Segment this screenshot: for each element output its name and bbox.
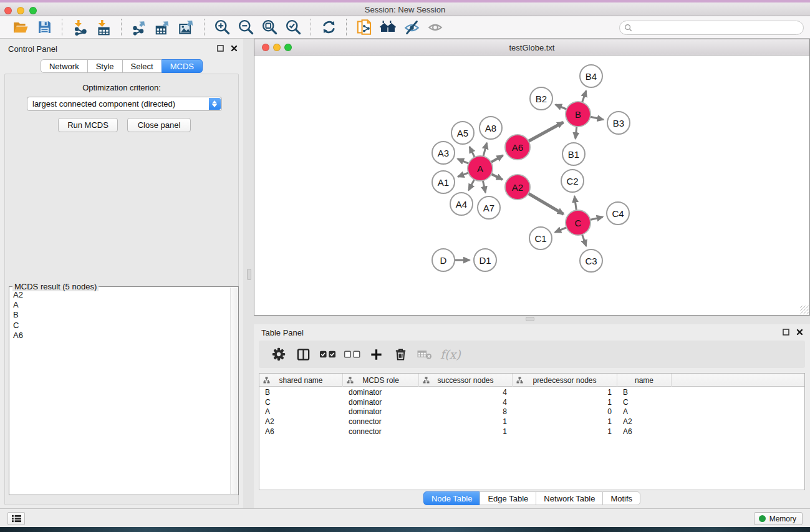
column-header-name[interactable]: name [617,374,672,387]
column-header-shared-name[interactable]: shared name [259,374,343,387]
delete-table-icon[interactable] [415,344,435,364]
panel-divider-grip-left[interactable] [247,269,251,280]
graph-node-C2[interactable]: C2 [561,169,584,193]
criterion-select[interactable]: largest connected component (directed) [27,97,222,111]
table-row[interactable]: Adominator80A [259,407,804,417]
memory-button[interactable]: Memory [754,512,803,525]
graph-node-A4[interactable]: A4 [450,192,473,216]
column-header-successor-nodes[interactable]: successor nodes [419,374,513,387]
settings-gear-icon[interactable] [269,344,289,364]
tab-network[interactable]: Network [41,59,88,73]
graph-node-B3[interactable]: B3 [607,111,630,135]
table-row[interactable]: Cdominator41C [259,397,804,407]
panel-divider-grip-bottom[interactable] [526,317,534,321]
application-window: Session: New Session [0,0,810,532]
select-all-columns-icon[interactable] [317,344,337,364]
zoom-fit-icon[interactable] [258,17,281,37]
create-column-icon[interactable] [366,344,386,364]
mcds-result-item[interactable]: C [9,321,230,331]
float-panel-icon[interactable] [782,328,790,336]
show-panels-icon[interactable] [423,17,447,37]
main-titlebar: Session: New Session [0,2,810,16]
export-table-icon[interactable] [151,17,175,37]
graph-node-C[interactable]: C [565,210,591,236]
import-network-icon[interactable] [68,17,92,37]
graph-node-D[interactable]: D [432,248,455,272]
mcds-result-item[interactable]: A2 [9,290,230,300]
graph-node-A[interactable]: A [467,155,493,181]
close-panel-button[interactable]: Close panel [127,118,191,132]
home-icon[interactable] [376,17,400,37]
mcds-result-item[interactable]: B [9,310,230,320]
task-history-icon[interactable] [7,512,25,525]
export-network-icon[interactable] [127,17,151,37]
graph-node-B[interactable]: B [565,101,591,127]
tab-network-table[interactable]: Network Table [536,491,603,505]
refresh-icon[interactable] [317,17,340,37]
tab-mcds[interactable]: MCDS [162,59,203,73]
table-row[interactable]: A6connector11A6 [259,427,804,437]
toolbar-separator [346,19,347,36]
function-builder-icon[interactable]: f(x) [440,347,461,361]
float-panel-icon[interactable] [216,44,224,52]
mcds-result-box: MCDS result (5 nodes) A2ABCA6 [9,286,239,495]
table-header-row: shared nameMCDS rolesuccessor nodesprede… [259,374,804,387]
graph-node-B1[interactable]: B1 [562,142,586,166]
search-input[interactable] [635,22,803,34]
tab-select[interactable]: Select [122,59,162,73]
toolbar-separator [204,19,205,36]
export-image-icon[interactable] [175,17,198,37]
table-body: Bdominator41BCdominator41CAdominator80AA… [259,387,804,490]
control-panel: Control Panel NetworkStyleSelectMCDS Opt… [0,39,243,508]
unselect-all-columns-icon[interactable] [342,344,362,364]
control-panel-tabs: NetworkStyleSelectMCDS [0,59,243,73]
graph-node-A6[interactable]: A6 [504,134,531,160]
graph-node-A1[interactable]: A1 [432,170,455,194]
mcds-result-item[interactable]: A6 [9,331,230,341]
save-session-icon[interactable] [32,17,56,37]
hide-panels-icon[interactable] [400,17,423,37]
run-mcds-button[interactable]: Run MCDS [58,118,118,132]
network-window-titlebar[interactable]: testGlobe.txt [254,39,809,56]
clone-network-icon[interactable] [352,17,376,37]
column-header-predecessor-nodes[interactable]: predecessor nodes [513,374,617,387]
tree-icon [347,377,354,385]
close-panel-icon[interactable] [230,44,238,52]
close-panel-icon[interactable] [796,328,804,336]
main-toolbar [0,16,810,39]
tab-node-table[interactable]: Node Table [423,491,481,505]
delete-columns-icon[interactable] [390,344,410,364]
graph-node-B2[interactable]: B2 [529,87,553,110]
tab-style[interactable]: Style [87,59,123,73]
graph-node-C1[interactable]: C1 [529,226,552,250]
graph-node-B4[interactable]: B4 [579,64,603,88]
graph-node-A2[interactable]: A2 [504,174,531,200]
graph-node-C3[interactable]: C3 [579,249,603,273]
graph-node-A3[interactable]: A3 [432,141,455,165]
window-resize-grip[interactable] [800,306,809,314]
zoom-selected-icon[interactable] [281,17,305,37]
graph-node-A5[interactable]: A5 [451,121,475,145]
import-table-icon[interactable] [92,17,115,37]
criterion-select-value: largest connected component (directed) [32,99,175,109]
mcds-result-list: A2ABCA6 [9,290,230,493]
graph-node-C4[interactable]: C4 [606,201,630,225]
mcds-result-item[interactable]: A [9,300,230,310]
graph-node-A8[interactable]: A8 [479,116,503,140]
network-window-title: testGlobe.txt [254,43,809,52]
table-toolbar: f(x) [259,341,805,368]
zoom-in-icon[interactable] [210,17,234,37]
tab-edge-table[interactable]: Edge Table [480,491,536,505]
zoom-out-icon[interactable] [234,17,258,37]
network-view-window: testGlobe.txt B4B2BB3A8A5A6A3B1AC2A1A2A4… [254,39,810,316]
table-row[interactable]: A2connector11A2 [259,417,804,427]
graph-node-A7[interactable]: A7 [477,196,501,220]
select-stepper-icon[interactable] [209,98,221,110]
tab-motifs[interactable]: Motifs [602,491,640,505]
table-row[interactable]: Bdominator41B [259,387,804,397]
network-canvas[interactable]: B4B2BB3A8A5A6A3B1AC2A1A2A4A7C4CC1C3DD1 [254,56,809,315]
open-session-icon[interactable] [9,17,32,37]
column-header-MCDS-role[interactable]: MCDS role [343,374,419,387]
graph-node-D1[interactable]: D1 [473,248,497,272]
split-view-icon[interactable] [293,344,313,364]
